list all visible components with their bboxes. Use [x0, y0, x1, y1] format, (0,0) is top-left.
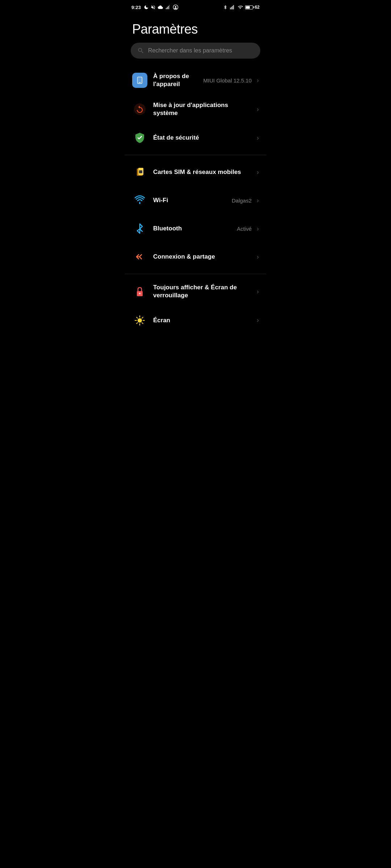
- sim-content: Cartes SIM & réseaux mobiles: [153, 168, 254, 176]
- sim-chevron: ›: [257, 169, 259, 176]
- security-chevron: ›: [257, 134, 259, 142]
- screen-title: Écran: [153, 316, 254, 324]
- svg-rect-3: [169, 5, 170, 9]
- time-display: 9:23: [131, 5, 141, 10]
- sharing-icon: [132, 249, 147, 264]
- wifi-status-icon: [237, 5, 243, 10]
- bluetooth-content: Bluetooth: [153, 225, 237, 233]
- update-chevron: ›: [257, 106, 259, 113]
- wifi-icon: [132, 193, 147, 208]
- about-chevron: ›: [257, 77, 259, 84]
- mobile-signal-icon: [230, 5, 235, 10]
- sharing-title: Connexion & partage: [153, 253, 254, 261]
- account-icon: [173, 4, 178, 10]
- section-display: Toujours afficher & Écran deverrouillage…: [125, 277, 266, 334]
- svg-rect-15: [139, 170, 142, 173]
- search-placeholder: Rechercher dans les paramètres: [148, 47, 232, 54]
- section-network: Cartes SIM & réseaux mobiles › Wi-Fi Dal…: [125, 158, 266, 271]
- bluetooth-icon: [132, 221, 147, 236]
- screen-chevron: ›: [257, 316, 259, 324]
- about-subtitle: MIUI Global 12.5.10: [203, 77, 252, 84]
- settings-item-update[interactable]: Mise à jour d'applicationssystème ›: [125, 95, 266, 124]
- divider-1: [125, 155, 266, 155]
- mute-icon: [151, 5, 156, 10]
- cloud-icon: [157, 5, 163, 10]
- status-bar: 9:23: [125, 0, 266, 13]
- settings-item-wifi[interactable]: Wi-Fi Dalgas2 ›: [125, 186, 266, 214]
- svg-line-26: [142, 323, 143, 324]
- divider-2: [125, 274, 266, 274]
- bluetooth-subtitle: Activé: [237, 226, 252, 232]
- wifi-meta: Dalgas2 ›: [232, 197, 259, 204]
- svg-point-16: [139, 203, 140, 204]
- svg-point-5: [175, 6, 176, 8]
- svg-rect-1: [167, 7, 168, 9]
- about-meta: MIUI Global 12.5.10 ›: [203, 77, 259, 84]
- security-title: État de sécurité: [153, 134, 254, 142]
- settings-item-lock[interactable]: Toujours afficher & Écran deverrouillage…: [125, 277, 266, 306]
- settings-item-about[interactable]: À propos del'appareil MIUI Global 12.5.1…: [125, 66, 266, 95]
- search-icon: [137, 47, 144, 54]
- page-title: Paramètres: [125, 13, 266, 43]
- svg-rect-6: [230, 8, 231, 9]
- settings-item-sim[interactable]: Cartes SIM & réseaux mobiles ›: [125, 158, 266, 186]
- svg-rect-7: [231, 7, 232, 9]
- svg-point-12: [134, 103, 146, 115]
- wifi-chevron: ›: [257, 197, 259, 204]
- status-right: 62: [223, 4, 260, 10]
- security-content: État de sécurité: [153, 134, 254, 142]
- sim-title: Cartes SIM & réseaux mobiles: [153, 168, 254, 176]
- sharing-content: Connexion & partage: [153, 253, 254, 261]
- settings-item-security[interactable]: État de sécurité ›: [125, 124, 266, 152]
- status-left: 9:23: [131, 4, 178, 10]
- svg-line-27: [136, 323, 138, 324]
- lock-content: Toujours afficher & Écran deverrouillage: [153, 284, 254, 299]
- settings-item-screen[interactable]: Écran ›: [125, 306, 266, 335]
- screen-icon: [132, 313, 147, 328]
- battery-indicator: [245, 5, 253, 9]
- lock-title: Toujours afficher & Écran deverrouillage: [153, 284, 254, 299]
- sim-icon: [132, 165, 147, 180]
- about-title: À propos del'appareil: [153, 72, 203, 88]
- bluetooth-chevron: ›: [257, 225, 259, 233]
- settings-item-bluetooth[interactable]: Bluetooth Activé ›: [125, 214, 266, 243]
- security-icon: [132, 130, 147, 145]
- about-content: À propos del'appareil: [153, 72, 203, 88]
- battery-percent: 62: [255, 5, 260, 10]
- bluetooth-meta: Activé ›: [237, 225, 259, 233]
- bluetooth-status-icon: [223, 4, 228, 10]
- svg-point-20: [138, 318, 142, 323]
- moon-icon: [144, 5, 149, 10]
- svg-line-28: [142, 317, 143, 318]
- wifi-content: Wi-Fi: [153, 196, 232, 204]
- signal-bars-icon: [165, 5, 171, 10]
- wifi-subtitle: Dalgas2: [232, 197, 252, 204]
- wifi-title: Wi-Fi: [153, 196, 232, 204]
- svg-rect-9: [233, 5, 234, 9]
- bluetooth-title: Bluetooth: [153, 225, 237, 233]
- lock-chevron: ›: [257, 288, 259, 295]
- svg-line-25: [136, 317, 138, 318]
- sharing-chevron: ›: [257, 253, 259, 261]
- svg-rect-8: [232, 6, 233, 9]
- update-content: Mise à jour d'applicationssystème: [153, 101, 254, 117]
- search-bar[interactable]: Rechercher dans les paramètres: [131, 43, 260, 59]
- svg-point-19: [139, 293, 140, 294]
- svg-rect-0: [166, 8, 167, 9]
- svg-rect-2: [168, 6, 169, 9]
- about-icon: [132, 73, 147, 88]
- screen-content: Écran: [153, 316, 254, 324]
- settings-item-sharing[interactable]: Connexion & partage ›: [125, 243, 266, 271]
- update-title: Mise à jour d'applicationssystème: [153, 101, 254, 117]
- svg-rect-11: [139, 82, 141, 83]
- section-info: À propos del'appareil MIUI Global 12.5.1…: [125, 66, 266, 152]
- lock-icon: [132, 284, 147, 299]
- update-icon: [132, 102, 147, 117]
